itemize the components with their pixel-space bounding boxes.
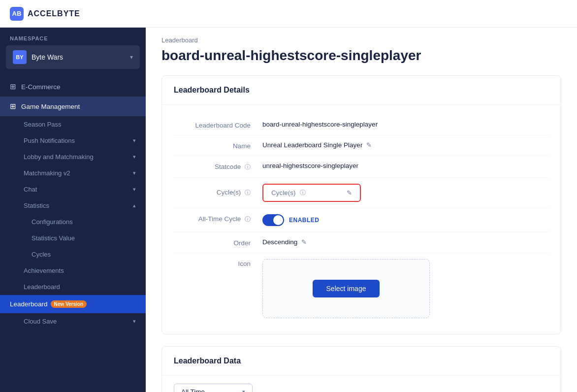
namespace-label: NAMESPACE bbox=[0, 28, 146, 45]
toggle-wrap: ENABLED bbox=[262, 214, 319, 226]
detail-row-code: Leaderboard Code board-unreal-highestsco… bbox=[174, 115, 549, 135]
statistics-chevron-icon: ▴ bbox=[133, 202, 136, 209]
label-order: Order bbox=[174, 238, 262, 247]
value-icon: Select image bbox=[262, 259, 430, 318]
value-order: Descending ✎ bbox=[262, 238, 307, 246]
leaderboard-data-section: Leaderboard Data All Time ▾ bbox=[161, 346, 561, 392]
lobby-chevron-icon: ▾ bbox=[133, 154, 136, 160]
name-text: Unreal Leaderboard Single Player bbox=[262, 141, 362, 149]
cycles-edit-icon[interactable]: ✎ bbox=[347, 189, 352, 196]
game-management-icon: ⊞ bbox=[10, 102, 16, 111]
logo-icon: AB bbox=[10, 7, 24, 21]
details-table: Leaderboard Code board-unreal-highestsco… bbox=[162, 105, 561, 334]
label-leaderboard-code: Leaderboard Code bbox=[174, 121, 262, 129]
all-time-cycle-text: All-Time Cycle bbox=[198, 215, 241, 223]
statistics-label: Statistics bbox=[24, 202, 49, 209]
toggle-enabled-label: ENABLED bbox=[289, 217, 319, 224]
sidebar: NAMESPACE BY Byte Wars ▾ ⊞ E-Commerce ⊞ … bbox=[0, 28, 146, 392]
push-notifications-chevron-icon: ▾ bbox=[133, 137, 136, 144]
matchmaking-v2-chevron-icon: ▾ bbox=[133, 170, 136, 176]
matchmaking-v2-label: Matchmaking v2 bbox=[24, 169, 70, 177]
label-name: Name bbox=[174, 141, 262, 150]
leaderboard-details-section: Leaderboard Details Leaderboard Code boa… bbox=[161, 75, 561, 334]
statcode-info-icon: ⓘ bbox=[245, 163, 251, 170]
select-image-button[interactable]: Select image bbox=[313, 280, 380, 297]
sidebar-item-leaderboard-new[interactable]: Leaderboard New Version bbox=[0, 295, 146, 313]
layout: NAMESPACE BY Byte Wars ▾ ⊞ E-Commerce ⊞ … bbox=[0, 28, 577, 392]
sidebar-item-cloud-save[interactable]: Cloud Save ▾ bbox=[0, 313, 146, 329]
sidebar-item-push-notifications[interactable]: Push Notifications ▾ bbox=[0, 132, 146, 149]
leaderboard-data-body: All Time ▾ bbox=[162, 376, 561, 392]
edit-order-icon[interactable]: ✎ bbox=[301, 238, 307, 246]
label-cycles: Cycle(s) ⓘ bbox=[174, 184, 262, 197]
label-statcode: Statcode ⓘ bbox=[174, 162, 262, 171]
value-leaderboard-code: board-unreal-highestscore-singleplayer bbox=[262, 121, 378, 128]
ecommerce-icon: ⊞ bbox=[10, 82, 16, 91]
chat-chevron-icon: ▾ bbox=[133, 186, 136, 193]
sidebar-item-chat[interactable]: Chat ▾ bbox=[0, 181, 146, 197]
chat-label: Chat bbox=[24, 186, 37, 193]
main-content: Leaderboard board-unreal-highestscore-si… bbox=[146, 28, 577, 392]
order-text: Descending bbox=[262, 238, 297, 246]
game-management-label: Game Management bbox=[21, 103, 136, 110]
detail-row-icon: Icon Select image bbox=[174, 253, 549, 324]
all-time-dropdown-value: All Time bbox=[181, 388, 205, 392]
namespace-selector[interactable]: BY Byte Wars ▾ bbox=[6, 45, 140, 69]
cycles-box-label: Cycle(s) bbox=[271, 189, 296, 196]
namespace-name: Byte Wars bbox=[32, 53, 125, 61]
cloud-save-label: Cloud Save bbox=[24, 318, 57, 325]
logo-text: ACCELBYTE bbox=[28, 9, 80, 18]
push-notifications-label: Push Notifications bbox=[24, 137, 75, 144]
value-all-time-cycle: ENABLED bbox=[262, 214, 319, 226]
sidebar-item-configurations[interactable]: Configurations bbox=[0, 214, 146, 230]
all-time-toggle[interactable] bbox=[262, 214, 284, 226]
namespace-avatar: BY bbox=[13, 50, 27, 64]
sidebar-item-achievements[interactable]: Achievements bbox=[0, 262, 146, 279]
detail-row-name: Name Unreal Leaderboard Single Player ✎ bbox=[174, 135, 549, 156]
sidebar-item-game-management[interactable]: ⊞ Game Management bbox=[0, 97, 146, 116]
logo: AB ACCELBYTE bbox=[10, 7, 80, 21]
page-title: board-unreal-highestscore-singleplayer bbox=[146, 44, 577, 75]
lobby-matchmaking-label: Lobby and Matchmaking bbox=[24, 153, 94, 161]
sidebar-item-season-pass[interactable]: Season Pass bbox=[0, 116, 146, 132]
all-time-info-icon: ⓘ bbox=[245, 216, 251, 223]
sidebar-item-statistics-value[interactable]: Statistics Value bbox=[0, 230, 146, 246]
sidebar-item-statistics[interactable]: Statistics ▴ bbox=[0, 197, 146, 214]
ecommerce-label: E-Commerce bbox=[21, 83, 136, 91]
section-title-details: Leaderboard Details bbox=[162, 76, 561, 105]
label-icon: Icon bbox=[174, 259, 262, 267]
cycles-text: Cycle(s) bbox=[217, 189, 241, 196]
value-cycles: Cycle(s) ⓘ ✎ bbox=[262, 184, 361, 202]
sidebar-item-lobby-matchmaking[interactable]: Lobby and Matchmaking ▾ bbox=[0, 149, 146, 165]
statcode-text: Statcode bbox=[215, 163, 241, 170]
leaderboard-new-label: Leaderboard bbox=[10, 300, 48, 308]
value-name: Unreal Leaderboard Single Player ✎ bbox=[262, 141, 372, 149]
label-all-time-cycle: All-Time Cycle ⓘ bbox=[174, 214, 262, 224]
detail-row-statcode: Statcode ⓘ unreal-highestscore-singlepla… bbox=[174, 156, 549, 178]
all-time-dropdown[interactable]: All Time ▾ bbox=[174, 384, 253, 392]
cycles-box-info-icon: ⓘ bbox=[300, 189, 306, 197]
breadcrumb: Leaderboard bbox=[146, 28, 577, 44]
detail-row-order: Order Descending ✎ bbox=[174, 232, 549, 253]
sidebar-item-leaderboard-old[interactable]: Leaderboard bbox=[0, 279, 146, 295]
cycles-info-icon: ⓘ bbox=[245, 189, 251, 196]
edit-name-icon[interactable]: ✎ bbox=[366, 141, 372, 149]
cloud-save-chevron-icon: ▾ bbox=[133, 318, 136, 325]
topbar: AB ACCELBYTE bbox=[0, 0, 577, 28]
detail-row-all-time-cycle: All-Time Cycle ⓘ ENABLED bbox=[174, 208, 549, 232]
sidebar-item-matchmaking-v2[interactable]: Matchmaking v2 ▾ bbox=[0, 165, 146, 181]
toggle-knob bbox=[273, 215, 283, 225]
cycles-box[interactable]: Cycle(s) ⓘ ✎ bbox=[262, 184, 361, 202]
all-time-dropdown-chevron-icon: ▾ bbox=[242, 389, 245, 392]
new-version-badge: New Version bbox=[51, 300, 87, 308]
icon-upload-area: Select image bbox=[262, 259, 430, 318]
namespace-chevron-icon: ▾ bbox=[130, 54, 133, 61]
value-statcode: unreal-highestscore-singleplayer bbox=[262, 162, 358, 169]
section-title-data: Leaderboard Data bbox=[162, 347, 561, 376]
sidebar-item-cycles[interactable]: Cycles bbox=[0, 246, 146, 262]
detail-row-cycles: Cycle(s) ⓘ Cycle(s) ⓘ ✎ bbox=[174, 178, 549, 208]
sidebar-item-ecommerce[interactable]: ⊞ E-Commerce bbox=[0, 77, 146, 97]
